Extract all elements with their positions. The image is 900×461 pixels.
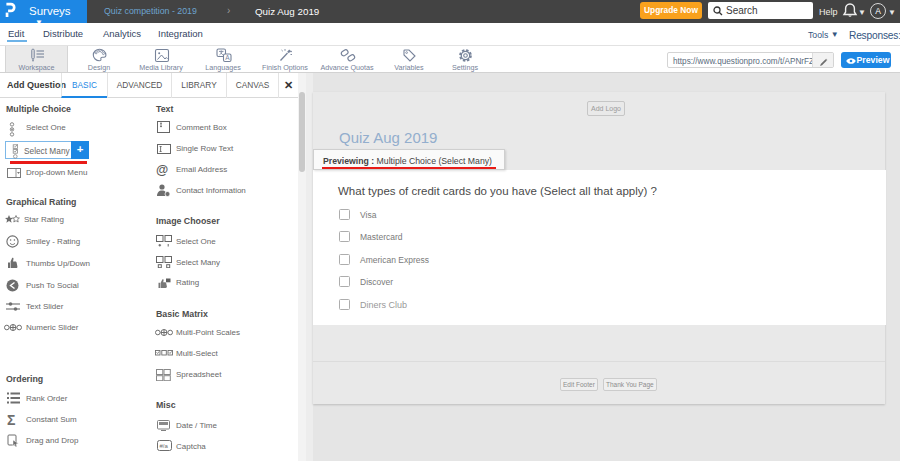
svg-text:A: A xyxy=(225,54,230,61)
svg-text:#/a: #/a xyxy=(160,443,169,449)
